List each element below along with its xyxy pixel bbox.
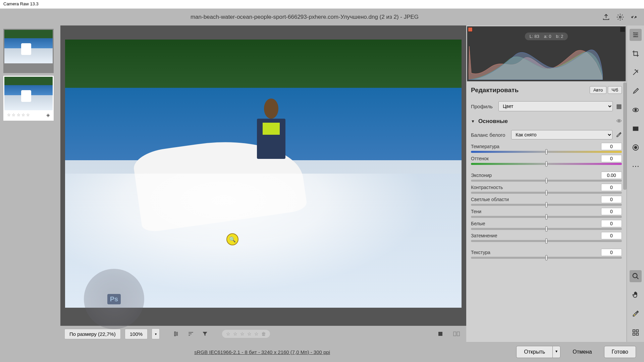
thumbnail-1[interactable]: ☆ ☆ ☆ ☆ ☆: [3, 29, 54, 73]
open-button[interactable]: Открыть: [516, 346, 552, 358]
slider-value-input[interactable]: [601, 208, 622, 215]
edit-badge-icon: ◈: [46, 112, 50, 118]
profile-row: Профиль Цвет ▦: [466, 98, 627, 115]
before-after-split-icon[interactable]: [451, 329, 462, 338]
sort-icon[interactable]: [186, 329, 196, 338]
slider-value-input[interactable]: [601, 249, 622, 256]
zoom-tool-icon[interactable]: [630, 270, 642, 282]
app-frame: man-beach-water-ocean-people-sport-66629…: [0, 9, 644, 362]
svg-rect-13: [636, 330, 638, 332]
slider-value-input[interactable]: [601, 220, 622, 227]
svg-rect-14: [633, 333, 635, 335]
profile-label: Профиль: [471, 104, 495, 109]
rating-stars[interactable]: ☆ ☆ ☆ ☆ ☆: [7, 65, 30, 70]
slider-track[interactable]: [471, 151, 622, 153]
slider-value-input[interactable]: [601, 196, 622, 203]
linear-gradient-icon[interactable]: [630, 123, 642, 135]
slider-track[interactable]: [471, 257, 622, 259]
slider-thumb[interactable]: [545, 202, 547, 207]
chevron-down-icon: ▼: [471, 119, 475, 124]
bw-button[interactable]: Ч/б: [608, 86, 622, 94]
svg-rect-1: [174, 332, 175, 336]
slider-thumb[interactable]: [545, 226, 547, 232]
slider-track[interactable]: [471, 240, 622, 242]
histogram[interactable]: L: 83a: 0b: 2: [467, 26, 626, 81]
panel-scrollbar[interactable]: [623, 82, 627, 190]
redeye-tool-icon[interactable]: [630, 104, 642, 116]
slider-thumb[interactable]: [545, 214, 547, 220]
slider-value-input[interactable]: [601, 155, 622, 162]
slider-value-input[interactable]: [601, 143, 622, 150]
svg-rect-15: [636, 333, 638, 335]
rating-bar[interactable]: ☆☆☆☆☆ 🗑: [222, 330, 270, 338]
right-panel: L: 83a: 0b: 2 Редактировать Авто Ч/б: [466, 25, 644, 342]
slider-track[interactable]: [471, 163, 622, 165]
zoom-dropdown[interactable]: ▾: [152, 328, 160, 339]
magnifier-cursor-icon: 🔍: [226, 233, 238, 245]
filmstrip: ☆ ☆ ☆ ☆ ☆ ☆ ☆ ☆ ☆ ☆◈: [0, 25, 60, 342]
preview[interactable]: 🔍 Ps: [60, 25, 466, 326]
open-button-group: Открыть ▾: [516, 346, 560, 358]
settings-icon[interactable]: [616, 13, 624, 21]
slider-thumb[interactable]: [545, 161, 547, 167]
wb-select[interactable]: Как снято: [511, 130, 612, 139]
shadow-clip-icon[interactable]: [468, 27, 473, 32]
edit-tool-icon[interactable]: [630, 29, 642, 41]
slider-value-input[interactable]: [601, 184, 622, 191]
filter-icon[interactable]: [200, 329, 210, 338]
highlight-clip-icon[interactable]: [620, 27, 625, 32]
svg-rect-4: [457, 332, 460, 336]
done-button[interactable]: Готово: [604, 346, 636, 358]
toolstrip: ⋯: [627, 25, 644, 342]
delete-icon[interactable]: 🗑: [261, 331, 266, 337]
slider-label: Светлые области: [471, 197, 509, 202]
slider-track[interactable]: [471, 204, 622, 206]
fullscreen-icon[interactable]: [631, 14, 637, 20]
slider-value-input[interactable]: [601, 172, 622, 179]
slider-track[interactable]: [471, 192, 622, 194]
open-dropdown[interactable]: ▾: [552, 346, 560, 358]
brush-tool-icon[interactable]: [630, 85, 642, 97]
slider-track[interactable]: [471, 228, 622, 230]
slider-track[interactable]: [471, 180, 622, 182]
eyedropper-icon[interactable]: [616, 132, 622, 138]
heal-tool-icon[interactable]: [630, 66, 642, 78]
hand-tool-icon[interactable]: [630, 289, 642, 301]
bottom-bar: sRGB IEC61966-2.1 - 8 бит - 3240 x 2160 …: [0, 342, 644, 362]
toggle-panels-icon[interactable]: [172, 329, 182, 338]
visibility-icon[interactable]: 👁: [616, 118, 622, 124]
slider-thumb[interactable]: [545, 149, 547, 155]
svg-rect-3: [453, 332, 456, 336]
rating-stars[interactable]: ☆ ☆ ☆ ☆ ☆: [7, 113, 30, 117]
slider-label: Затемнение: [471, 233, 497, 238]
basic-accordion[interactable]: ▼ Основные 👁: [466, 115, 627, 128]
slider-thumb[interactable]: [545, 255, 547, 260]
slider-label: Тени: [471, 209, 481, 214]
titlebar: Camera Raw 13.3: [0, 0, 644, 9]
slider-label: Текстура: [471, 250, 490, 255]
profile-select[interactable]: Цвет: [498, 101, 613, 111]
thumbnail-2[interactable]: ☆ ☆ ☆ ☆ ☆◈: [3, 76, 54, 121]
metadata-link[interactable]: sRGB IEC61966-2.1 - 8 бит - 3240 x 2160 …: [8, 349, 516, 355]
more-icon[interactable]: ⋯: [630, 160, 642, 172]
sampler-tool-icon[interactable]: [630, 308, 642, 320]
export-icon[interactable]: [602, 13, 610, 21]
crop-tool-icon[interactable]: [630, 48, 642, 60]
slider-label: Температура: [471, 144, 499, 149]
slider-thumb[interactable]: [545, 238, 547, 244]
auto-button[interactable]: Авто: [590, 86, 606, 94]
slider-thumb[interactable]: [545, 178, 547, 183]
svg-rect-7: [633, 127, 638, 131]
radial-gradient-icon[interactable]: [630, 141, 642, 154]
slider-track[interactable]: [471, 216, 622, 218]
profile-browser-icon[interactable]: ▦: [616, 103, 622, 110]
zoom-100-button[interactable]: 100%: [125, 329, 148, 339]
slider-thumb[interactable]: [545, 190, 547, 195]
slider-value-input[interactable]: [601, 232, 622, 239]
zoom-fit-button[interactable]: По размеру (22,7%): [64, 329, 121, 339]
grid-tool-icon[interactable]: [630, 326, 642, 339]
cancel-button[interactable]: Отмена: [565, 346, 599, 358]
svg-point-6: [635, 109, 637, 111]
slider-label: Белые: [471, 221, 485, 226]
before-after-single-icon[interactable]: [435, 329, 445, 338]
